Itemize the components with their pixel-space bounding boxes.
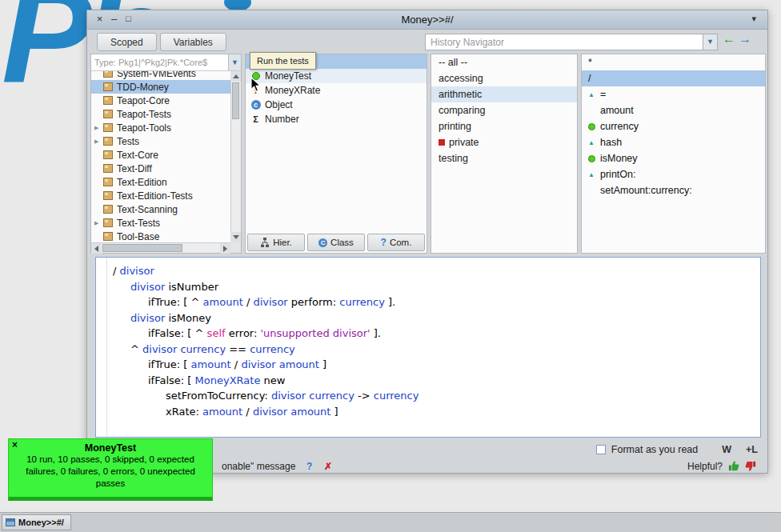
method-row[interactable]: setAmount:currency: [582,182,765,198]
method-row[interactable]: * [582,54,765,70]
scroll-up-icon[interactable] [230,71,241,82]
package-label: Tests [117,136,139,147]
protocol-row[interactable]: printing [431,118,577,134]
help-icon[interactable]: ? [306,461,312,472]
class-icon: c [251,100,261,110]
format-checkbox[interactable] [596,445,606,454]
method-label: hash [600,137,622,148]
method-row[interactable]: amount [582,102,765,118]
dismiss-icon[interactable]: ✗ [324,461,332,472]
protocol-label: comparing [439,105,485,116]
scroll-down-icon[interactable] [230,232,241,242]
package-row[interactable]: Text-Diff [91,162,230,175]
method-icon-slot: ▲ [588,171,600,178]
history-back-icon[interactable]: ← [723,32,735,46]
package-row[interactable]: System-VMEvents [91,71,230,80]
package-row[interactable]: ▶Tests [91,134,230,148]
class-item-icon: c [250,100,261,110]
package-row[interactable]: Teapot-Core [91,94,230,107]
package-filter-dropdown-icon[interactable]: ▼ [228,54,241,70]
method-row[interactable]: ▲hash [582,134,765,150]
class-label: MoneyXRate [265,85,320,96]
titlebar[interactable]: × – □ Money>>#/ ▾ [87,10,767,30]
taskbar-window-button[interactable]: Money>>#/ [2,514,71,530]
class-item-icon: Σ [250,114,261,124]
line-numbers-toggle[interactable]: +L [746,444,758,455]
package-row[interactable]: Tool-Base [91,230,230,242]
class-row[interactable]: ΣNumber [246,112,427,126]
scroll-right-icon[interactable] [220,243,230,254]
package-list: System-VMEventsTDD-MoneyTeapot-CoreTeapo… [91,71,230,242]
code-line: / divisor [113,263,757,279]
code-editor[interactable]: / divisordivisor isNumberifTrue: [ ^ amo… [95,257,761,438]
package-row[interactable]: Text-Core [91,148,230,162]
protocol-label: arithmetic [439,89,482,100]
class-row[interactable]: cObject [246,98,427,112]
tab-variables[interactable]: Variables [160,33,226,51]
package-icon [103,232,113,241]
taskbar-button-label: Money>>#/ [18,518,64,527]
helpful-label: Helpful? [687,461,723,472]
expand-arrow-icon[interactable]: ▶ [94,220,103,226]
expand-arrow-icon[interactable]: ▶ [94,138,103,145]
package-row[interactable]: ▶Text-Tests [91,216,230,230]
protocol-row[interactable]: testing [431,150,577,166]
notification-body: 10 run, 10 passes, 0 skipped, 0 expected… [9,454,212,490]
protocol-row[interactable]: accessing [431,70,577,86]
package-icon [103,71,113,78]
package-row[interactable]: ▶Teapot-Tools [91,121,230,134]
method-row[interactable]: ▲printOn: [582,166,765,182]
package-icon [103,164,113,173]
package-icon [103,110,113,118]
history-navigator-input[interactable] [426,34,703,50]
class-side-button[interactable]: C Class [307,234,365,251]
package-label: Teapot-Tools [117,122,171,134]
package-filter-input[interactable] [91,54,226,70]
hscroll-thumb[interactable] [102,244,182,252]
comment-button[interactable]: ? Com. [367,234,425,251]
package-icon [103,123,113,132]
protocol-row[interactable]: -- all -- [431,54,577,70]
package-icon [103,82,113,91]
package-row[interactable]: Text-Edition-Tests [91,189,230,202]
package-row[interactable]: Teapot-Tests [91,107,230,121]
class-row[interactable]: MoneyTest [246,69,427,83]
test-result-notification[interactable]: × MoneyTest 10 run, 10 passes, 0 skipped… [8,438,213,501]
package-icon [103,150,113,159]
packages-horizontal-scrollbar[interactable] [91,242,230,253]
comment-button-label: Com. [390,238,411,247]
package-row[interactable]: Text-Scanning [91,202,230,216]
thumb-down-icon[interactable] [744,460,756,472]
method-row[interactable]: currency [582,118,765,134]
protocol-label: testing [439,153,468,164]
wrap-toggle[interactable]: W [722,444,731,455]
package-label: System-VMEvents [117,71,196,79]
history-forward-icon[interactable]: → [739,32,751,46]
window-menu-icon[interactable]: ▾ [751,14,756,24]
scroll-left-icon[interactable] [91,243,102,254]
hier-button[interactable]: Hier. [247,234,305,251]
method-row[interactable]: ▲= [582,86,765,102]
package-row[interactable]: Text-Edition [91,175,230,189]
package-label: TDD-Money [117,82,169,93]
method-label: setAmount:currency: [600,185,692,196]
protocol-row[interactable]: comparing [431,102,577,118]
tab-scoped[interactable]: Scoped [97,33,157,51]
package-row[interactable]: TDD-Money [91,80,230,94]
class-row[interactable]: !MoneyXRate [246,83,427,98]
code-line: divisor isMoney [113,310,757,326]
package-label: Tool-Base [117,231,159,242]
protocols-pane: -- all --accessingarithmeticcomparingpri… [431,54,578,254]
history-dropdown-icon[interactable]: ▼ [703,34,717,50]
package-icon [103,205,113,214]
packages-vertical-scrollbar[interactable] [230,71,241,242]
notification-close-icon[interactable]: × [12,439,18,450]
expand-arrow-icon[interactable]: ▶ [94,125,103,131]
thumb-up-icon[interactable] [728,460,740,472]
private-icon [439,139,445,146]
protocol-row[interactable]: arithmetic [431,86,577,102]
method-row[interactable]: / [582,70,765,86]
vscroll-thumb[interactable] [232,82,239,119]
method-row[interactable]: isMoney [582,150,765,166]
protocol-row[interactable]: private [431,134,577,150]
